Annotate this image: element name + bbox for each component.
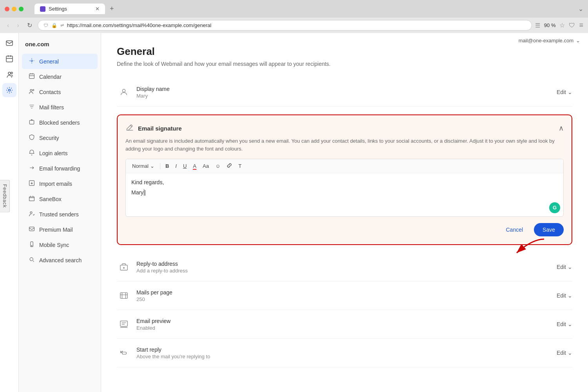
svg-rect-11: [29, 197, 34, 201]
back-button[interactable]: ‹: [5, 20, 11, 31]
user-menu[interactable]: mail@one-example.com ⌄: [511, 33, 588, 48]
tab-list-icon[interactable]: ⌄: [578, 5, 583, 13]
reply-to-edit-button[interactable]: Edit ⌄: [557, 264, 572, 270]
mobile-sync-icon: [28, 241, 35, 249]
format-dropdown[interactable]: Normal ⌄: [130, 162, 157, 170]
emoji-button[interactable]: ☺: [213, 162, 222, 170]
maximize-dot[interactable]: [19, 7, 24, 11]
italic-button[interactable]: I: [173, 162, 179, 170]
trusted-senders-icon: [28, 211, 35, 218]
sidebar-item-blocked-senders[interactable]: Blocked senders: [22, 115, 98, 130]
sidebar-sanebox-label: SaneBox: [39, 196, 62, 202]
sidebar-security-label: Security: [39, 135, 59, 141]
display-name-label: Display name: [136, 86, 557, 92]
contacts-nav-icon[interactable]: [2, 67, 16, 82]
user-menu-chevron: ⌄: [576, 38, 580, 44]
text-color-label: A: [193, 163, 196, 170]
sidebar-item-sanebox[interactable]: SaneBox: [22, 191, 98, 207]
sidebar-item-trusted-senders[interactable]: Trusted senders: [22, 207, 98, 222]
sidebar-item-general[interactable]: General: [22, 54, 98, 69]
settings-nav-icon[interactable]: [2, 83, 16, 97]
sidebar-blocked-senders-label: Blocked senders: [39, 120, 80, 126]
save-button[interactable]: Save: [534, 223, 564, 236]
display-name-value: Mary: [136, 93, 557, 99]
sidebar: one.com General Calendar Contacts Mail f…: [19, 33, 101, 392]
display-name-content: Display name Mary: [136, 86, 557, 99]
svg-point-15: [31, 245, 32, 246]
reply-to-content: Reply-to address Add a reply-to address: [136, 261, 557, 274]
start-reply-edit-label: Edit: [557, 350, 566, 356]
tab-close-icon[interactable]: ✕: [95, 6, 100, 12]
browser-toolbar: ‹ › ↻ 🛡 🔒 ⇌ https://mail.one.com/setting…: [0, 18, 588, 33]
sidebar-item-security[interactable]: Security: [22, 130, 98, 145]
email-preview-row: Email preview Enabled Edit ⌄: [117, 310, 572, 339]
security-icon: [28, 134, 35, 142]
svg-point-3: [11, 72, 13, 74]
sidebar-item-calendar[interactable]: Calendar: [22, 69, 98, 84]
start-reply-label: Start reply: [136, 347, 557, 353]
main-content: mail@one-example.com ⌄ General Define th…: [101, 33, 588, 392]
display-name-edit-button[interactable]: Edit ⌄: [557, 89, 572, 95]
sidebar-item-email-forwarding[interactable]: Email forwarding: [22, 161, 98, 176]
editor-container: Normal ⌄ B I U A Aa ☺ T: [125, 159, 564, 217]
svg-rect-9: [29, 120, 34, 124]
email-signature-card: Email signature ∧ An email signature is …: [117, 114, 572, 245]
underline-button[interactable]: U: [181, 162, 189, 170]
minimize-dot[interactable]: [12, 7, 16, 11]
svg-point-16: [30, 258, 33, 261]
bold-button[interactable]: B: [163, 162, 171, 170]
mails-per-page-label: Mails per page: [136, 289, 557, 296]
svg-rect-1: [6, 56, 13, 62]
active-tab[interactable]: Settings ✕: [34, 4, 105, 14]
start-reply-icon: [117, 346, 131, 360]
sidebar-item-contacts[interactable]: Contacts: [22, 84, 98, 100]
feedback-tab[interactable]: Feedback: [0, 180, 10, 212]
sidebar-item-import-emails[interactable]: Import emails: [22, 176, 98, 191]
signature-card-desc: An email signature is included automatic…: [125, 137, 564, 152]
sidebar-item-advanced-search[interactable]: Advanced search: [22, 252, 98, 268]
forward-button[interactable]: ›: [15, 20, 21, 31]
grammarly-button[interactable]: G: [549, 202, 560, 213]
new-tab-button[interactable]: +: [107, 3, 117, 15]
svg-point-8: [33, 89, 34, 91]
svg-point-12: [30, 212, 32, 214]
browser-titlebar: Settings ✕ + ⌄: [0, 0, 588, 18]
cancel-button[interactable]: Cancel: [499, 223, 529, 236]
toolbar-separator-1: [160, 163, 160, 169]
reader-icon[interactable]: ☰: [535, 22, 540, 29]
feedback-label: Feedback: [2, 184, 7, 208]
menu-icon[interactable]: ≡: [579, 21, 583, 29]
bookmark-icon[interactable]: ☆: [559, 22, 565, 29]
sidebar-item-mail-filters[interactable]: Mail filters: [22, 100, 98, 115]
sidebar-item-mobile-sync[interactable]: Mobile Sync: [22, 237, 98, 252]
text-color-button[interactable]: A: [191, 162, 198, 170]
shield-menu-icon[interactable]: 🛡: [569, 22, 575, 29]
signature-collapse-toggle[interactable]: ∧: [559, 124, 564, 132]
mail-nav-icon[interactable]: [2, 36, 16, 50]
link-button[interactable]: [225, 162, 234, 171]
url-text: https://mail.one.com/settings/mail%40one…: [67, 22, 526, 28]
clear-format-button[interactable]: T: [236, 162, 243, 170]
calendar-nav-icon[interactable]: [2, 52, 16, 66]
mails-per-page-row: Mails per page 250 Edit ⌄: [117, 281, 572, 310]
start-reply-edit-button[interactable]: Edit ⌄: [557, 350, 572, 356]
svg-rect-21: [120, 321, 127, 327]
sidebar-advanced-search-label: Advanced search: [39, 257, 82, 263]
address-bar[interactable]: 🛡 🔒 ⇌ https://mail.one.com/settings/mail…: [38, 20, 532, 31]
close-dot[interactable]: [5, 7, 9, 11]
font-size-button[interactable]: Aa: [201, 162, 211, 170]
mails-per-page-edit-button[interactable]: Edit ⌄: [557, 292, 572, 299]
svg-point-7: [30, 89, 32, 91]
sidebar-mobile-sync-label: Mobile Sync: [39, 242, 69, 248]
editor-body[interactable]: Kind regards, Mary| G: [126, 173, 563, 216]
sidebar-item-premium-mail[interactable]: Premium Mail: [22, 222, 98, 237]
sidebar-item-login-alerts[interactable]: Login alerts: [22, 145, 98, 161]
tab-favicon: [40, 6, 45, 12]
premium-mail-icon: [28, 226, 35, 233]
signature-line-1: Kind regards,: [131, 178, 558, 187]
sidebar-contacts-label: Contacts: [39, 89, 61, 95]
mails-per-page-edit-label: Edit: [557, 292, 566, 299]
email-preview-edit-button[interactable]: Edit ⌄: [557, 321, 572, 327]
reload-button[interactable]: ↻: [25, 20, 34, 31]
svg-rect-6: [29, 74, 34, 78]
